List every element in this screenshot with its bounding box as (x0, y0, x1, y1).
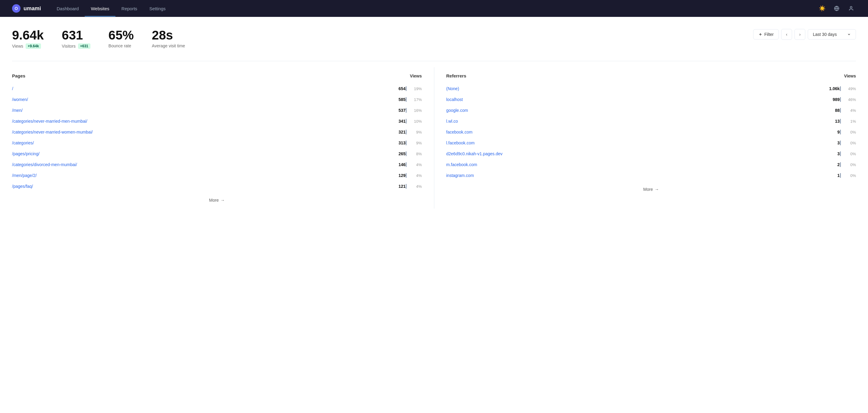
pages-section: Pages Views / 654 19% /women/ 585 17% /m… (12, 67, 434, 209)
page-pct: 4% (407, 170, 422, 181)
nav-websites[interactable]: Websites (85, 1, 115, 17)
table-row: /pages/pricing/ 265 8% (12, 148, 422, 159)
page-path[interactable]: /pages/pricing/ (12, 148, 374, 159)
referrers-more-label: More (643, 187, 653, 192)
table-row: l.wl.co 13 1% (446, 116, 856, 127)
stat-visit-time-label-row: Average visit time (152, 43, 185, 48)
page-pct: 19% (407, 83, 422, 94)
stat-views-badge: +9.64k (26, 43, 41, 49)
page-path[interactable]: /categories/never-married-women-mumbai/ (12, 127, 374, 138)
date-range-label: Last 30 days (813, 32, 837, 37)
page-pct: 17% (407, 94, 422, 105)
referrers-more-link[interactable]: More → (446, 187, 856, 192)
referrer-pct: 46% (841, 94, 856, 105)
referrer-path[interactable]: google.com (446, 105, 778, 116)
table-row: /men/ 537 16% (12, 105, 422, 116)
stat-views-label-row: Views +9.64k (12, 43, 44, 49)
stat-visitors-value: 631 (62, 29, 90, 41)
filter-button[interactable]: Filter (753, 29, 779, 39)
page-views: 341 (374, 116, 406, 127)
table-row: / 654 19% (12, 83, 422, 94)
referrers-more-arrow: → (655, 187, 659, 192)
tables-row: Pages Views / 654 19% /women/ 585 17% /m… (12, 67, 856, 209)
page-pct: 9% (407, 138, 422, 148)
page-path[interactable]: /categories/divorced-men-mumbai/ (12, 159, 374, 170)
referrer-views: 3 (778, 138, 840, 148)
theme-toggle-button[interactable]: ☀️ (817, 4, 827, 13)
main-content: 9.64k Views +9.64k 631 Visitors +631 65%… (0, 17, 868, 215)
page-views: 265 (374, 148, 406, 159)
table-row: l.facebook.com 3 0% (446, 138, 856, 148)
nav-dashboard[interactable]: Dashboard (51, 1, 85, 17)
table-row: /men/page/2/ 129 4% (12, 170, 422, 181)
pages-more-link[interactable]: More → (12, 198, 422, 203)
language-button[interactable] (832, 4, 841, 13)
page-views: 585 (374, 94, 406, 105)
page-pct: 4% (407, 159, 422, 170)
date-range-select[interactable]: Last 30 days (808, 29, 856, 39)
page-path[interactable]: / (12, 83, 374, 94)
prev-period-button[interactable]: ‹ (781, 29, 792, 40)
brand: umami (12, 4, 41, 13)
stat-views-value: 9.64k (12, 29, 44, 41)
page-pct: 10% (407, 116, 422, 127)
referrer-pct: 0% (841, 159, 856, 170)
referrer-path[interactable]: (None) (446, 83, 778, 94)
referrer-path[interactable]: instagram.com (446, 170, 778, 181)
page-views: 654 (374, 83, 406, 94)
referrer-pct: 0% (841, 170, 856, 181)
page-path[interactable]: /categories/ (12, 138, 374, 148)
table-row: localhost 989 46% (446, 94, 856, 105)
page-views: 146 (374, 159, 406, 170)
referrer-path[interactable]: localhost (446, 94, 778, 105)
svg-point-3 (850, 6, 852, 8)
brand-icon (12, 4, 21, 13)
stat-visit-time-label: Average visit time (152, 43, 185, 48)
page-path[interactable]: /women/ (12, 94, 374, 105)
next-period-button[interactable]: › (795, 29, 805, 40)
referrer-path[interactable]: facebook.com (446, 127, 778, 138)
table-row: instagram.com 1 0% (446, 170, 856, 181)
page-path[interactable]: /men/ (12, 105, 374, 116)
navbar: umami Dashboard Websites Reports Setting… (0, 0, 868, 17)
referrer-views: 13 (778, 116, 840, 127)
stat-views-label: Views (12, 44, 23, 49)
stat-bounce-label: Bounce rate (108, 43, 131, 48)
table-row: /categories/ 313 9% (12, 138, 422, 148)
referrer-views: 3 (778, 148, 840, 159)
nav-right: ☀️ (817, 4, 856, 13)
table-row: /women/ 585 17% (12, 94, 422, 105)
stat-visitors: 631 Visitors +631 (62, 29, 90, 49)
referrer-views: 1.06k (778, 83, 840, 94)
referrer-pct: 0% (841, 138, 856, 148)
referrer-views: 9 (778, 127, 840, 138)
page-path[interactable]: /categories/never-married-men-mumbai/ (12, 116, 374, 127)
nav-settings[interactable]: Settings (143, 1, 172, 17)
referrers-col-header: Views (844, 73, 856, 78)
page-path[interactable]: /men/page/2/ (12, 170, 374, 181)
pages-table-title: Pages (12, 73, 25, 78)
referrer-path[interactable]: m.facebook.com (446, 159, 778, 170)
referrer-path[interactable]: l.wl.co (446, 116, 778, 127)
page-views: 321 (374, 127, 406, 138)
referrer-views: 2 (778, 159, 840, 170)
referrer-pct: 4% (841, 105, 856, 116)
stat-views: 9.64k Views +9.64k (12, 29, 44, 49)
referrer-pct: 49% (841, 83, 856, 94)
referrer-path[interactable]: d2e6d9c0.nikah-v1.pages.dev (446, 148, 778, 159)
stats-bar: 9.64k Views +9.64k 631 Visitors +631 65%… (12, 29, 856, 49)
referrer-path[interactable]: l.facebook.com (446, 138, 778, 148)
user-menu-button[interactable] (846, 4, 856, 13)
pages-table-header: Pages Views (12, 73, 422, 78)
referrers-table-header: Referrers Views (446, 73, 856, 78)
stat-visit-time-value: 28s (152, 29, 185, 41)
page-pct: 4% (407, 181, 422, 192)
page-path[interactable]: /pages/faq/ (12, 181, 374, 192)
table-row: /categories/never-married-men-mumbai/ 34… (12, 116, 422, 127)
table-row: (None) 1.06k 49% (446, 83, 856, 94)
stat-visitors-label-row: Visitors +631 (62, 43, 90, 49)
nav-links: Dashboard Websites Reports Settings (51, 1, 808, 17)
referrer-pct: 1% (841, 116, 856, 127)
nav-reports[interactable]: Reports (116, 1, 144, 17)
brand-name: umami (24, 5, 41, 12)
